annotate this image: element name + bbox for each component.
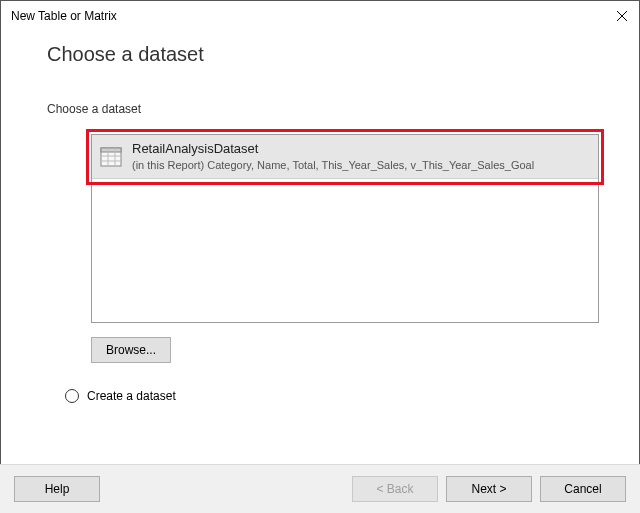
create-dataset-label: Create a dataset	[87, 389, 176, 403]
dataset-item[interactable]: RetailAnalysisDataset (in this Report) C…	[92, 135, 598, 179]
browse-button[interactable]: Browse...	[91, 337, 171, 363]
section-label: Choose a dataset	[47, 102, 605, 116]
titlebar: New Table or Matrix	[1, 1, 639, 29]
create-dataset-row[interactable]: Create a dataset	[65, 389, 605, 403]
back-button: < Back	[352, 476, 438, 502]
dialog-content: Choose a dataset Choose a dataset Retail	[1, 29, 639, 403]
radio-icon[interactable]	[65, 389, 79, 403]
dialog-footer: Help < Back Next > Cancel	[0, 464, 640, 513]
close-icon[interactable]	[615, 9, 629, 23]
page-title: Choose a dataset	[47, 43, 605, 66]
dataset-name: RetailAnalysisDataset	[132, 141, 534, 158]
next-button[interactable]: Next >	[446, 476, 532, 502]
help-button[interactable]: Help	[14, 476, 100, 502]
dataset-listbox[interactable]: RetailAnalysisDataset (in this Report) C…	[91, 134, 599, 323]
svg-rect-3	[101, 148, 121, 152]
window-title: New Table or Matrix	[11, 9, 117, 23]
table-icon	[100, 146, 122, 168]
cancel-button[interactable]: Cancel	[540, 476, 626, 502]
dataset-text: RetailAnalysisDataset (in this Report) C…	[132, 141, 534, 172]
dataset-listbox-wrapper: RetailAnalysisDataset (in this Report) C…	[91, 134, 599, 323]
dataset-fields: (in this Report) Category, Name, Total, …	[132, 158, 534, 172]
